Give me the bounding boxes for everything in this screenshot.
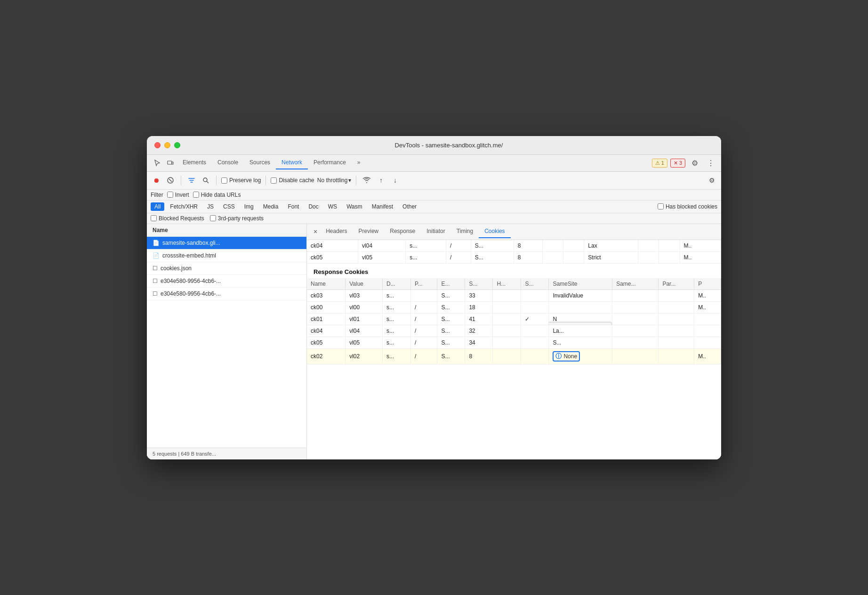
tab-response[interactable]: Response: [384, 225, 421, 238]
has-blocked-cookies-checkbox[interactable]: [658, 203, 664, 209]
col-value: Value: [346, 278, 383, 290]
tab-elements[interactable]: Elements: [177, 156, 212, 169]
window-title: DevTools - samesite-sandbox.glitch.me/: [184, 142, 714, 149]
download-icon[interactable]: ↓: [389, 175, 401, 186]
throttle-select[interactable]: No throttling ▾: [317, 177, 352, 184]
separator-4: [356, 176, 356, 185]
table-row: ck01 vl01 s... / S... 41 ✓ N: [307, 313, 721, 325]
filter-type-js[interactable]: JS: [203, 202, 217, 211]
filter-type-img[interactable]: Img: [241, 202, 257, 211]
cookie-secure: [563, 251, 584, 263]
cookie-httponly: [543, 251, 563, 263]
filter-type-ws[interactable]: WS: [324, 202, 341, 211]
main-content: Name 📄 samesite-sandbox.gli... 📄 crosssi…: [147, 224, 721, 459]
close-detail-button[interactable]: ×: [311, 228, 320, 235]
col-path: P...: [411, 278, 437, 290]
cookie-sameparty: [638, 240, 659, 252]
cursor-icon[interactable]: [151, 156, 164, 169]
cookie-domain: s...: [383, 301, 411, 313]
minimize-button[interactable]: [164, 142, 170, 148]
maximize-button[interactable]: [174, 142, 180, 148]
cookie-name: ck04: [307, 240, 358, 252]
invert-checkbox[interactable]: [167, 192, 173, 198]
cookie-expires: S...: [437, 301, 465, 313]
sidebar-item-name: cookies.json: [161, 265, 192, 272]
blocked-requests-group[interactable]: Blocked Requests: [151, 215, 204, 222]
warning-badge[interactable]: ⚠ 1: [652, 159, 667, 168]
cookie-partition: [659, 348, 694, 364]
page-icon: 📄: [153, 252, 160, 259]
record-button[interactable]: ⏺: [151, 175, 162, 186]
cookie-size: 32: [465, 325, 493, 337]
sidebar-item-samesite[interactable]: 📄 samesite-sandbox.gli...: [147, 237, 306, 249]
tab-console[interactable]: Console: [212, 156, 244, 169]
warning-count: 1: [661, 160, 664, 166]
svg-line-3: [169, 179, 172, 182]
sidebar-item-crosssite[interactable]: 📄 crosssite-embed.html: [147, 249, 306, 262]
search-button[interactable]: [200, 175, 211, 186]
clear-button[interactable]: [165, 175, 176, 186]
filter-type-wasm[interactable]: Wasm: [343, 202, 366, 211]
cookie-name: ck02: [307, 348, 346, 364]
tab-initiator[interactable]: Initiator: [421, 225, 450, 238]
filter-type-all[interactable]: All: [151, 202, 164, 211]
third-party-checkbox[interactable]: [210, 215, 216, 221]
table-row-highlighted[interactable]: ck02 vl02 s... / S... 8: [307, 348, 721, 364]
tab-preview[interactable]: Preview: [353, 225, 385, 238]
table-row: ck04 vl04 s... / S... 8 Lax: [307, 240, 721, 252]
tab-performance[interactable]: Performance: [308, 156, 352, 169]
filter-type-other[interactable]: Other: [399, 202, 420, 211]
hide-data-urls-label: Hide data URLs: [201, 192, 241, 198]
disable-cache-group[interactable]: Disable cache: [271, 177, 314, 184]
sidebar-item-e304-1[interactable]: ☐ e304e580-9956-4cb6-...: [147, 275, 306, 288]
filter-bar: Filter Invert Hide data URLs: [147, 190, 721, 201]
invert-group[interactable]: Invert: [167, 192, 189, 198]
cookie-httponly: [543, 240, 563, 252]
responsive-icon[interactable]: [164, 156, 177, 169]
tab-cookies[interactable]: Cookies: [479, 225, 510, 238]
error-badge[interactable]: ✕ 3: [670, 159, 685, 168]
page-icon: ☐: [153, 265, 158, 272]
table-row: ck04 vl04 s... / S... 32 La...: [307, 325, 721, 337]
settings-icon[interactable]: ⚙: [688, 156, 701, 169]
tab-network[interactable]: Network: [276, 156, 308, 169]
cookie-priority: [694, 325, 721, 337]
sidebar-item-cookies-json[interactable]: ☐ cookies.json: [147, 262, 306, 275]
filter-type-doc[interactable]: Doc: [305, 202, 322, 211]
preserve-log-checkbox[interactable]: [221, 177, 227, 184]
cookie-path: /: [446, 251, 471, 263]
tab-timing[interactable]: Timing: [451, 225, 479, 238]
upload-icon[interactable]: ↑: [375, 175, 386, 186]
request-count: 5 requests: [153, 451, 177, 457]
page-icon: ☐: [153, 290, 158, 297]
network-settings-icon[interactable]: ⚙: [706, 175, 717, 186]
has-blocked-cookies-group[interactable]: Has blocked cookies: [658, 203, 717, 210]
transfer-size: 649 B transfe...: [181, 451, 216, 457]
filter-toggle-button[interactable]: [186, 175, 197, 186]
tab-headers[interactable]: Headers: [320, 225, 353, 238]
blocked-requests-checkbox[interactable]: [151, 215, 157, 221]
sidebar-item-e304-2[interactable]: ☐ e304e580-9956-4cb6-...: [147, 288, 306, 300]
more-options-icon[interactable]: ⋮: [704, 156, 717, 169]
cookie-priority: M..: [694, 289, 721, 301]
filter-type-media[interactable]: Media: [259, 202, 282, 211]
more-tabs-button[interactable]: »: [352, 156, 366, 169]
filter-type-manifest[interactable]: Manifest: [368, 202, 397, 211]
disable-cache-checkbox[interactable]: [271, 177, 277, 184]
filter-type-font[interactable]: Font: [284, 202, 303, 211]
none-badge: ⓘ None: [553, 351, 580, 362]
filter-type-css[interactable]: CSS: [219, 202, 239, 211]
preserve-log-group[interactable]: Preserve log: [221, 177, 261, 184]
top-tabs-bar: Elements Console Sources Network Perform…: [147, 155, 721, 172]
hide-data-urls-checkbox[interactable]: [193, 192, 199, 198]
tab-sources[interactable]: Sources: [244, 156, 276, 169]
third-party-group[interactable]: 3rd-party requests: [210, 215, 264, 222]
close-button[interactable]: [154, 142, 161, 148]
disable-cache-label: Disable cache: [279, 177, 314, 184]
cookie-httponly: [493, 337, 521, 348]
hide-data-urls-group[interactable]: Hide data URLs: [193, 192, 241, 198]
wifi-icon[interactable]: [361, 175, 372, 186]
badges-area: ⚠ 1 ✕ 3 ⚙ ⋮: [652, 156, 717, 169]
cookie-secure: [563, 240, 584, 252]
filter-type-fetch-xhr[interactable]: Fetch/XHR: [166, 202, 201, 211]
